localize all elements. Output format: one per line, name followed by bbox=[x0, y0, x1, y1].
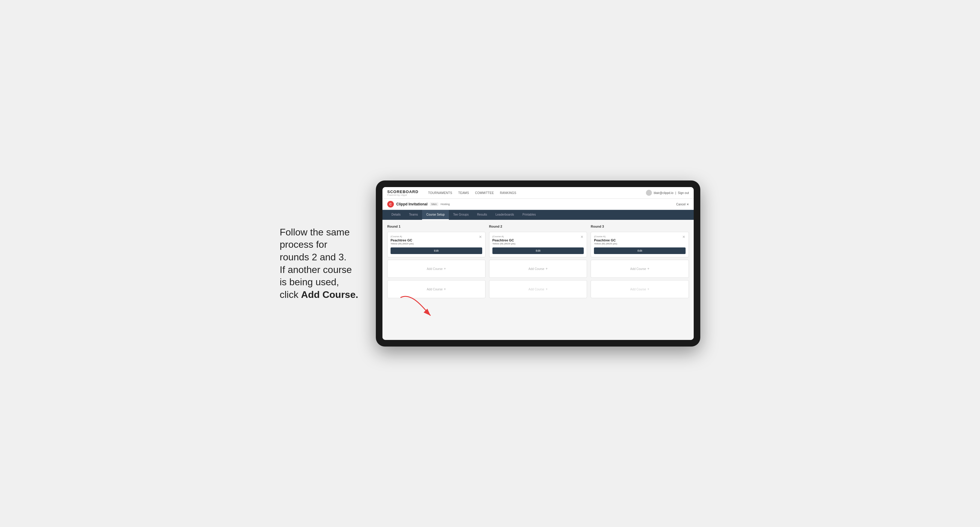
round-3-delete-icon[interactable]: ✕ bbox=[681, 235, 686, 239]
tablet-screen: SCOREBOARD Powered by clippd TOURNAMENTS… bbox=[382, 187, 694, 340]
hosting-badge: Hosting bbox=[441, 203, 450, 206]
round-3-course-label: (Course A) bbox=[594, 235, 686, 238]
c-logo: C bbox=[387, 201, 394, 208]
round-3-add-course-1[interactable]: Add Course + bbox=[591, 260, 689, 278]
round-3-course-name: Peachtree GC bbox=[594, 238, 686, 242]
sub-header: C Clippd Invitational Men Hosting Cancel… bbox=[382, 199, 694, 210]
logo-sub: Powered by clippd bbox=[387, 194, 418, 196]
round-2-add-course-text-2: Add Course + bbox=[528, 287, 548, 291]
men-badge: Men bbox=[430, 202, 438, 206]
round-3-add-course-2: Add Course + bbox=[591, 280, 689, 298]
round-3-label: Round 3 bbox=[591, 225, 689, 228]
logo-area: SCOREBOARD Powered by clippd bbox=[387, 189, 418, 196]
tab-bar: Details Teams Course Setup Tee Groups Re… bbox=[382, 210, 694, 220]
round-2-add-course-1[interactable]: Add Course + bbox=[489, 260, 587, 278]
tab-results[interactable]: Results bbox=[473, 210, 491, 220]
round-3-add-course-text-2: Add Course + bbox=[630, 287, 649, 291]
round-2-plus-icon-2: + bbox=[546, 287, 548, 291]
round-1-delete-icon[interactable]: ✕ bbox=[478, 235, 483, 239]
round-2-course-card: ✕ (Course A) Peachtree GC Yellow (M) (66… bbox=[489, 232, 587, 257]
main-content: Round 1 ✕ (Course A) Peachtree GC Yellow… bbox=[382, 220, 694, 340]
round-1-course-name: Peachtree GC bbox=[391, 238, 482, 242]
round-2-delete-icon[interactable]: ✕ bbox=[579, 235, 584, 239]
round-1-column: Round 1 ✕ (Course A) Peachtree GC Yellow… bbox=[387, 225, 485, 298]
round-1-label: Round 1 bbox=[387, 225, 485, 228]
tab-details[interactable]: Details bbox=[387, 210, 405, 220]
cancel-x-icon: ✕ bbox=[686, 203, 689, 206]
round-3-plus-icon-2: + bbox=[648, 287, 649, 291]
round-1-course-label: (Course A) bbox=[391, 235, 482, 238]
nav-rankings[interactable]: RANKINGS bbox=[500, 191, 516, 195]
round-1-course-details: Yellow (M) (6629 yds) bbox=[391, 242, 482, 245]
round-2-edit-button[interactable]: Edit bbox=[492, 248, 584, 254]
round-2-add-course-2: Add Course + bbox=[489, 280, 587, 298]
rounds-grid: Round 1 ✕ (Course A) Peachtree GC Yellow… bbox=[387, 225, 689, 298]
page-wrapper: Follow the same process for rounds 2 and… bbox=[280, 181, 700, 346]
round-1-add-course-2[interactable]: Add Course + bbox=[387, 280, 485, 298]
round-2-course-name: Peachtree GC bbox=[492, 238, 584, 242]
add-course-bold: Add Course. bbox=[301, 289, 358, 300]
tablet-frame: SCOREBOARD Powered by clippd TOURNAMENTS… bbox=[376, 181, 700, 346]
tournament-info: C Clippd Invitational Men Hosting bbox=[387, 201, 450, 208]
round-3-column: Round 3 ✕ (Course A) Peachtree GC Yellow… bbox=[591, 225, 689, 298]
round-1-plus-icon-1: + bbox=[444, 267, 446, 271]
instruction-text: Follow the same process for rounds 2 and… bbox=[280, 226, 364, 301]
nav-right: blair@clippd.io | Sign out bbox=[646, 190, 689, 196]
round-2-course-details: Yellow (M) (6629 yds) bbox=[492, 242, 584, 245]
round-1-add-course-text-1: Add Course + bbox=[426, 267, 446, 271]
tab-teams[interactable]: Teams bbox=[405, 210, 422, 220]
nav-committee[interactable]: COMMITTEE bbox=[475, 191, 494, 195]
round-1-add-course-text-2: Add Course + bbox=[426, 287, 446, 291]
nav-separator: | bbox=[675, 191, 676, 195]
nav-links: TOURNAMENTS TEAMS COMMITTEE RANKINGS bbox=[428, 191, 639, 195]
round-1-course-card: ✕ (Course A) Peachtree GC Yellow (M) (66… bbox=[387, 232, 485, 257]
round-3-add-course-text-1: Add Course + bbox=[630, 267, 649, 271]
round-2-course-label: (Course A) bbox=[492, 235, 584, 238]
round-3-course-card: ✕ (Course A) Peachtree GC Yellow (M) (66… bbox=[591, 232, 689, 257]
round-1-edit-button[interactable]: Edit bbox=[391, 248, 482, 254]
round-2-plus-icon-1: + bbox=[546, 267, 548, 271]
round-2-add-course-text-1: Add Course + bbox=[528, 267, 548, 271]
nav-tournaments[interactable]: TOURNAMENTS bbox=[428, 191, 452, 195]
top-nav: SCOREBOARD Powered by clippd TOURNAMENTS… bbox=[382, 187, 694, 199]
user-email: blair@clippd.io bbox=[654, 191, 674, 195]
cancel-button[interactable]: Cancel ✕ bbox=[676, 203, 689, 206]
tab-leaderboards[interactable]: Leaderboards bbox=[491, 210, 518, 220]
round-2-label: Round 2 bbox=[489, 225, 587, 228]
round-1-add-course-1[interactable]: Add Course + bbox=[387, 260, 485, 278]
tab-course-setup[interactable]: Course Setup bbox=[422, 210, 449, 220]
round-2-column: Round 2 ✕ (Course A) Peachtree GC Yellow… bbox=[489, 225, 587, 298]
sign-out-link[interactable]: Sign out bbox=[678, 191, 689, 195]
tournament-name: Clippd Invitational bbox=[396, 202, 428, 206]
logo-title: SCOREBOARD bbox=[387, 189, 418, 194]
round-1-plus-icon-2: + bbox=[444, 287, 446, 291]
round-3-edit-button[interactable]: Edit bbox=[594, 248, 686, 254]
tab-printables[interactable]: Printables bbox=[518, 210, 540, 220]
tab-tee-groups[interactable]: Tee Groups bbox=[449, 210, 473, 220]
nav-teams[interactable]: TEAMS bbox=[458, 191, 469, 195]
round-3-course-details: Yellow (M) (6629 yds) bbox=[594, 242, 686, 245]
user-avatar bbox=[646, 190, 652, 196]
round-3-plus-icon-1: + bbox=[648, 267, 649, 271]
